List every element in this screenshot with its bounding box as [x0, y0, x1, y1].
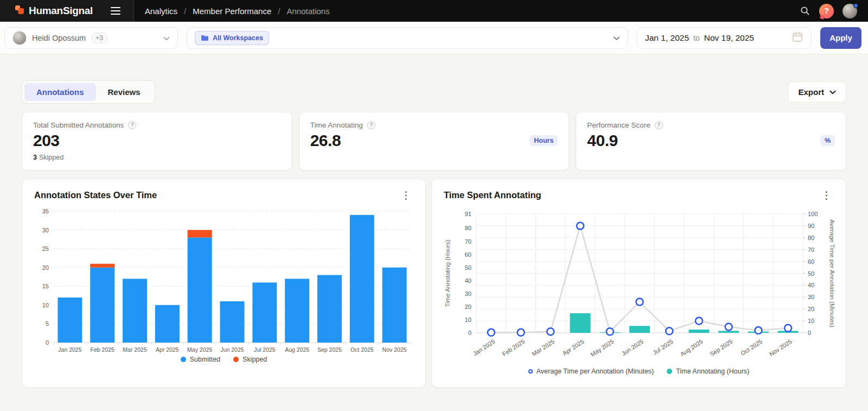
bar-submitted [252, 282, 277, 343]
date-start: Jan 1, 2025 [645, 33, 689, 43]
svg-text:Oct 2025: Oct 2025 [739, 338, 763, 357]
bar-submitted [58, 298, 82, 343]
breadcrumb-annotations: Annotations [286, 7, 329, 16]
workspace-selector[interactable]: All Workspaces [187, 27, 628, 49]
svg-text:Jul 2025: Jul 2025 [652, 338, 674, 356]
svg-text:80: 80 [808, 235, 814, 241]
time-spent-chart: 0102030405060708091010203040506070809010… [444, 201, 835, 365]
svg-text:0: 0 [468, 330, 471, 336]
chart-legend: Average Time per Annotation (Minutes)Tim… [444, 368, 834, 375]
chevron-down-icon [613, 33, 620, 43]
legend-dot-icon [667, 369, 672, 374]
legend-label: Average Time per Annotation (Minutes) [537, 368, 654, 375]
legend-label: Submitted [190, 356, 220, 363]
question-tooltip-icon[interactable]: ? [128, 121, 136, 129]
svg-text:90: 90 [808, 223, 814, 229]
member-name: Heidi Opossum [32, 34, 86, 42]
export-button[interactable]: Export [788, 81, 846, 103]
svg-text:20: 20 [465, 303, 471, 310]
legend-label: Time Annotating (Hours) [676, 368, 749, 375]
svg-text:Sep 2025: Sep 2025 [317, 346, 342, 353]
header-left-section: HumanSignal [0, 0, 134, 22]
line-point [755, 327, 762, 334]
svg-text:Oct 2025: Oct 2025 [350, 346, 374, 353]
svg-text:10: 10 [808, 318, 814, 324]
humansignal-logo-icon [14, 4, 25, 17]
svg-text:50: 50 [808, 270, 814, 277]
stat-label: Total Submitted Annotations [33, 121, 124, 129]
bar-submitted [155, 305, 180, 343]
stat-label: Time Annotating [310, 121, 363, 129]
hamburger-menu-icon[interactable] [108, 5, 123, 17]
tab-reviews[interactable]: Reviews [96, 83, 152, 101]
bar-submitted [350, 215, 374, 343]
svg-text:25: 25 [42, 245, 49, 252]
time-spent-card: Time Spent Annotating ⋮ 0102030405060708… [431, 179, 846, 388]
stat-card-total-submitted: Total Submitted Annotations ? 203 3Skipp… [22, 112, 292, 170]
folder-icon [201, 35, 209, 41]
line-point [784, 325, 792, 332]
search-icon[interactable] [800, 5, 810, 16]
line-point [636, 299, 643, 306]
breadcrumb-member-performance[interactable]: Member Performance [193, 7, 271, 16]
svg-text:70: 70 [465, 238, 471, 245]
legend-item[interactable]: Time Annotating (Hours) [667, 368, 749, 375]
stat-card-time-annotating: Time Annotating ? 26.8 Hours [299, 112, 570, 170]
bar-submitted [188, 237, 212, 343]
brand-logo[interactable]: HumanSignal [14, 4, 93, 17]
filter-bar: Heidi Opossum +3 All Workspaces Jan 1, 2… [0, 22, 868, 54]
user-avatar[interactable] [843, 4, 857, 18]
bar-submitted [220, 301, 245, 343]
svg-text:5: 5 [46, 320, 49, 327]
svg-text:Aug 2025: Aug 2025 [285, 346, 309, 353]
apply-button[interactable]: Apply [820, 27, 861, 49]
bar-submitted [317, 275, 342, 343]
right-axis-title: Average Time per Annotation (Minutes) [829, 219, 835, 327]
date-to-label: to [693, 34, 700, 42]
skipped-label: Skipped [39, 154, 63, 161]
line-point [518, 329, 525, 336]
workspace-chip[interactable]: All Workspaces [195, 31, 269, 45]
breadcrumb-analytics[interactable]: Analytics [145, 7, 177, 16]
member-more-count: +3 [91, 33, 107, 43]
svg-text:Sep 2025: Sep 2025 [709, 338, 733, 358]
svg-text:30: 30 [42, 227, 49, 233]
line-point [488, 329, 495, 336]
legend-item[interactable]: Submitted [181, 356, 220, 363]
bar-submitted [90, 268, 114, 343]
svg-text:10: 10 [465, 317, 471, 323]
main-content: Annotations Reviews Export Total Submitt… [0, 80, 868, 388]
annotation-states-chart: 05101520253035Jan 2025Feb 2025Mar 2025Ap… [34, 204, 414, 353]
stat-value: 40.9 [587, 131, 617, 150]
legend-item[interactable]: Skipped [233, 356, 267, 363]
svg-text:Feb 2025: Feb 2025 [501, 338, 526, 357]
svg-text:20: 20 [808, 306, 814, 312]
line-point [577, 222, 584, 229]
tab-annotations[interactable]: Annotations [24, 83, 96, 101]
line-point [547, 328, 554, 335]
kebab-menu-icon[interactable]: ⋮ [399, 190, 413, 200]
stat-card-performance-score: Performance Score ? 40.9 % [576, 112, 846, 170]
svg-text:Apr 2025: Apr 2025 [156, 346, 179, 353]
bar-hours [570, 313, 591, 333]
stat-label: Performance Score [587, 121, 650, 129]
svg-text:50: 50 [465, 264, 471, 271]
export-button-label: Export [798, 87, 824, 97]
date-range-picker[interactable]: Jan 1, 2025 to Nov 19, 2025 [637, 27, 812, 49]
unit-badge: % [820, 135, 835, 146]
help-icon[interactable]: ? [819, 4, 834, 18]
bar-hours [629, 326, 650, 333]
bar-hours [688, 330, 709, 333]
chart-legend: SubmittedSkipped [34, 356, 413, 363]
member-selector[interactable]: Heidi Opossum +3 [4, 27, 178, 49]
chevron-down-icon [163, 33, 170, 43]
svg-text:Jan 2025: Jan 2025 [58, 346, 81, 353]
svg-text:Jun 2025: Jun 2025 [220, 346, 244, 353]
kebab-menu-icon[interactable]: ⋮ [819, 190, 834, 200]
question-tooltip-icon[interactable]: ? [655, 121, 663, 129]
bar-skipped [90, 264, 114, 268]
svg-text:0: 0 [808, 330, 811, 336]
question-tooltip-icon[interactable]: ? [367, 121, 375, 129]
bar-submitted [123, 279, 147, 343]
legend-item[interactable]: Average Time per Annotation (Minutes) [528, 368, 654, 375]
